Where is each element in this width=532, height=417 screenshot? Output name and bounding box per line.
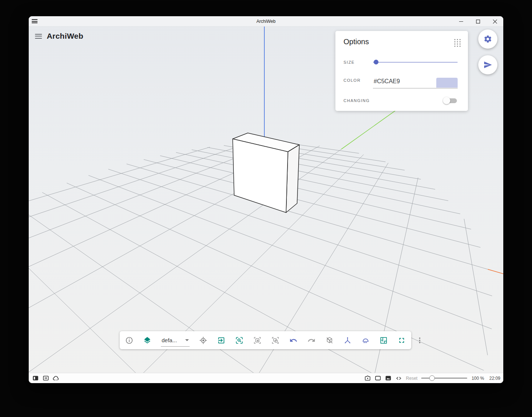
panel-left-icon bbox=[32, 375, 39, 382]
fullscreen-button[interactable] bbox=[397, 336, 406, 345]
zoom-slider[interactable] bbox=[421, 375, 467, 381]
maximize-button[interactable] bbox=[469, 16, 486, 27]
hide-3d-button[interactable] bbox=[325, 336, 334, 345]
cube-off-icon bbox=[325, 336, 334, 344]
zoom-slider-track[interactable] bbox=[421, 378, 467, 379]
close-button[interactable] bbox=[486, 16, 503, 27]
close-icon bbox=[493, 20, 497, 24]
columns-icon bbox=[42, 375, 49, 382]
zoom-reset-button[interactable]: Reset bbox=[406, 376, 418, 381]
fullscreen-icon bbox=[398, 336, 406, 344]
cloud-icon bbox=[52, 375, 60, 382]
cloud-status-button[interactable] bbox=[51, 373, 61, 383]
color-label: COLOR bbox=[343, 78, 373, 83]
enter-icon bbox=[217, 336, 225, 344]
color-input[interactable]: #C5CAE9 bbox=[373, 72, 458, 88]
panel-left-button[interactable] bbox=[30, 373, 40, 383]
gear-icon bbox=[483, 35, 492, 43]
axes-icon bbox=[343, 336, 352, 344]
window-title: ArchiWeb bbox=[29, 19, 503, 24]
screenshot-button[interactable] bbox=[363, 373, 373, 383]
changing-toggle-knob[interactable] bbox=[443, 97, 450, 104]
more-options-button[interactable] bbox=[415, 336, 424, 345]
box-object[interactable] bbox=[233, 133, 299, 213]
axes-gizmo-button[interactable] bbox=[343, 336, 352, 345]
color-input-value[interactable]: #C5CAE9 bbox=[374, 78, 400, 85]
window-menu-icon[interactable] bbox=[32, 19, 38, 23]
color-swatch[interactable] bbox=[436, 78, 458, 88]
layers-button[interactable] bbox=[143, 336, 152, 345]
drag-handle-icon[interactable] bbox=[454, 39, 461, 47]
zoom-to-selection-button[interactable] bbox=[235, 336, 244, 345]
locate-button[interactable] bbox=[199, 336, 208, 345]
chevron-down-icon bbox=[185, 339, 189, 341]
zoom-slider-thumb[interactable] bbox=[429, 375, 435, 381]
app-header: ArchiWeb bbox=[35, 32, 83, 41]
box-front-face bbox=[233, 139, 288, 213]
layer-select[interactable]: defa... bbox=[161, 334, 190, 347]
undo-icon bbox=[289, 336, 297, 344]
app-title: ArchiWeb bbox=[47, 32, 83, 41]
camera-icon bbox=[364, 375, 371, 382]
titlebar: ArchiWeb bbox=[29, 16, 503, 27]
window-view-button[interactable] bbox=[373, 373, 383, 383]
dome-icon bbox=[362, 336, 370, 344]
select-object-button[interactable] bbox=[253, 336, 262, 345]
enter-edit-button[interactable] bbox=[217, 336, 226, 345]
maximize-icon bbox=[476, 20, 480, 24]
axis-x bbox=[488, 269, 503, 370]
columns-button[interactable] bbox=[40, 373, 51, 383]
clock: 22:09 bbox=[489, 376, 500, 381]
size-slider[interactable] bbox=[373, 60, 458, 65]
floorplan-button[interactable] bbox=[379, 336, 388, 345]
select-multiple-button[interactable] bbox=[271, 336, 280, 345]
terrain-dome-button[interactable] bbox=[361, 336, 370, 345]
statusbar: Reset 100 % 22:09 bbox=[29, 373, 503, 383]
crosshair-icon bbox=[199, 336, 207, 344]
layer-select-value: defa... bbox=[162, 337, 183, 343]
options-panel: Options SIZE COLOR #C5CAE9 bbox=[335, 31, 468, 111]
app-window: ArchiWeb ArchiWeb Options bbox=[29, 16, 503, 383]
size-label: SIZE bbox=[343, 60, 373, 64]
floorplan-icon bbox=[380, 336, 388, 344]
zoom-level: 100 % bbox=[472, 376, 484, 381]
code-view-button[interactable] bbox=[394, 373, 404, 383]
scan-search-icon bbox=[235, 336, 243, 344]
layers-icon bbox=[143, 336, 151, 344]
send-icon bbox=[483, 60, 492, 69]
redo-icon bbox=[307, 336, 316, 344]
kebab-menu-icon bbox=[416, 336, 424, 344]
send-fab-button[interactable] bbox=[478, 55, 497, 74]
redo-button[interactable] bbox=[307, 336, 316, 345]
image-icon bbox=[385, 375, 392, 382]
hamburger-menu-icon[interactable] bbox=[35, 34, 42, 39]
select-object-icon bbox=[253, 336, 261, 344]
changing-label: CHANGING bbox=[343, 98, 370, 103]
undo-button[interactable] bbox=[289, 336, 298, 345]
info-icon bbox=[125, 336, 133, 344]
minimize-icon bbox=[459, 20, 463, 24]
size-slider-track[interactable] bbox=[373, 62, 458, 63]
code-icon bbox=[395, 375, 402, 382]
minimize-button[interactable] bbox=[452, 16, 469, 27]
options-panel-title: Options bbox=[343, 38, 460, 46]
info-button[interactable] bbox=[125, 336, 134, 345]
size-slider-thumb[interactable] bbox=[374, 60, 378, 64]
window-rect-icon bbox=[374, 375, 381, 382]
select-multiple-icon bbox=[271, 336, 279, 344]
toolbar: defa... bbox=[120, 331, 411, 349]
changing-toggle[interactable] bbox=[443, 97, 458, 104]
image-export-button[interactable] bbox=[383, 373, 394, 383]
settings-fab-button[interactable] bbox=[478, 29, 497, 49]
